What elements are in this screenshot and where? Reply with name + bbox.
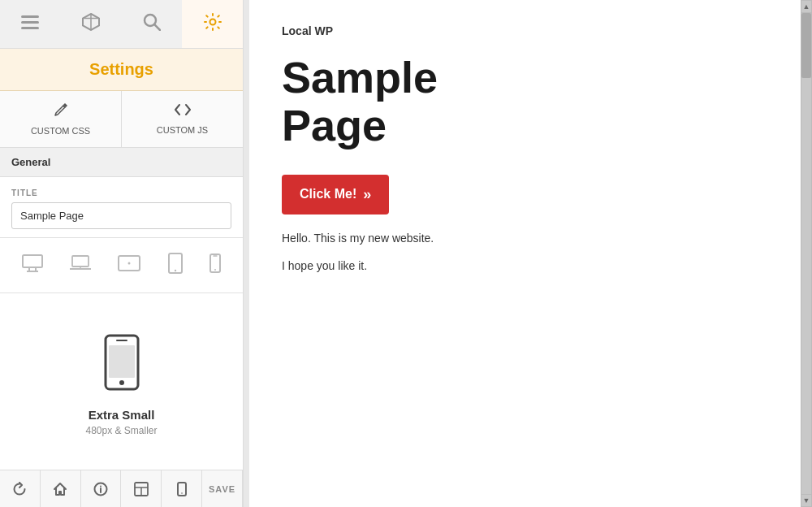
click-me-button[interactable]: Click Me! » xyxy=(282,175,389,214)
custom-js-tab[interactable]: CUSTOM JS xyxy=(122,91,243,147)
layout-button[interactable] xyxy=(121,470,162,507)
settings-title: Settings xyxy=(89,60,153,78)
tablet-portrait-icon[interactable] xyxy=(162,249,189,281)
svg-rect-12 xyxy=(72,256,89,266)
desktop-icon[interactable] xyxy=(15,251,50,280)
sidebar-top-icons xyxy=(0,0,243,49)
scroll-track[interactable] xyxy=(801,13,812,494)
settings-heading: Settings xyxy=(0,49,243,91)
custom-js-label: CUSTOM JS xyxy=(157,125,208,135)
scroll-down-arrow[interactable]: ▼ xyxy=(801,494,812,507)
mobile-preview-icon xyxy=(104,334,140,400)
svg-rect-2 xyxy=(21,27,39,29)
svg-rect-1 xyxy=(21,21,39,24)
search-tab[interactable] xyxy=(122,0,183,48)
mobile-bottom-button[interactable] xyxy=(162,470,202,507)
page-content: Local WP Sample Page Click Me! » Hello. … xyxy=(249,0,806,507)
svg-point-32 xyxy=(181,492,183,494)
svg-point-15 xyxy=(128,262,131,265)
page-paragraph1: Hello. This is my new website. xyxy=(282,229,774,247)
gear-tab[interactable] xyxy=(182,0,243,48)
custom-tabs: CUSTOM CSS CUSTOM JS xyxy=(0,91,243,148)
scroll-up-arrow[interactable]: ▲ xyxy=(801,0,812,13)
page-title: Sample Page xyxy=(282,54,774,150)
tablet-landscape-icon[interactable] xyxy=(111,252,147,279)
device-subtitle: 480px & Smaller xyxy=(85,425,157,436)
site-name: Local WP xyxy=(282,24,774,37)
sidebar-bottom-toolbar: SAVE xyxy=(0,470,243,507)
scrollbar[interactable]: ▲ ▼ xyxy=(801,0,812,507)
code-icon xyxy=(175,103,191,120)
refresh-button[interactable] xyxy=(0,470,41,507)
device-preview-area: Extra Small 480px & Smaller xyxy=(0,293,243,470)
save-label: SAVE xyxy=(209,484,235,494)
svg-point-17 xyxy=(175,270,176,271)
title-input[interactable] xyxy=(11,202,231,229)
title-field-group: TITLE xyxy=(0,177,243,238)
title-label: TITLE xyxy=(11,188,231,197)
general-label: General xyxy=(11,156,50,168)
box-tab[interactable] xyxy=(61,0,122,48)
page-paragraph2: I hope you like it. xyxy=(282,257,774,275)
custom-css-label: CUSTOM CSS xyxy=(31,126,90,136)
custom-css-tab[interactable]: CUSTOM CSS xyxy=(0,91,122,147)
save-button[interactable]: SAVE xyxy=(202,470,243,507)
pencil-icon xyxy=(54,102,68,121)
svg-point-7 xyxy=(209,19,215,24)
click-me-label: Click Me! xyxy=(300,187,356,202)
click-me-arrow: » xyxy=(363,186,371,203)
general-section-header: General xyxy=(0,148,243,177)
list-tab[interactable] xyxy=(0,0,61,48)
svg-point-19 xyxy=(214,269,216,271)
svg-rect-0 xyxy=(21,15,39,18)
home-button[interactable] xyxy=(41,470,81,507)
svg-point-22 xyxy=(119,380,124,385)
mobile-small-icon[interactable] xyxy=(203,250,227,280)
svg-rect-8 xyxy=(23,255,42,267)
scroll-thumb[interactable] xyxy=(801,13,811,78)
device-title: Extra Small xyxy=(89,408,155,422)
preview-area: Local WP Sample Page Click Me! » Hello. … xyxy=(244,0,812,507)
device-icons-row xyxy=(0,238,243,293)
svg-point-27 xyxy=(100,485,102,487)
sidebar: Settings CUSTOM CSS CUSTOM JS xyxy=(0,0,244,507)
svg-rect-24 xyxy=(109,345,135,378)
info-button[interactable] xyxy=(81,470,122,507)
svg-line-6 xyxy=(154,24,160,30)
laptop-icon[interactable] xyxy=(63,251,97,280)
page-title-line2: Page xyxy=(282,101,387,150)
page-title-line1: Sample xyxy=(282,53,438,102)
